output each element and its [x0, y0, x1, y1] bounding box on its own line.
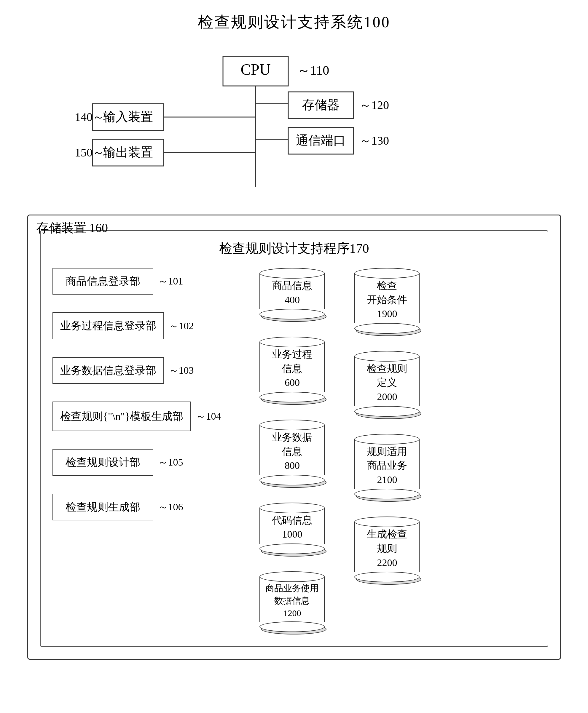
db-mid-1: 商品信息400	[258, 268, 327, 322]
module-num-5: ～105	[158, 455, 183, 469]
svg-text:～120: ～120	[359, 99, 389, 112]
module-num-4: ～104	[196, 410, 221, 423]
db-middle-column: 商品信息400 业务过程信息600 业务数据信息800	[251, 268, 334, 634]
db-mid-5: 商品业务使用数据信息1200	[258, 571, 327, 634]
hardware-diagram: CPU ～110 存储器 ～120 通信端口 ～130 输入装置 140～ 输出…	[57, 44, 531, 200]
module-box-2: 业务过程信息登录部	[52, 312, 164, 339]
module-num-3: ～103	[169, 364, 194, 377]
module-item-1: 商品信息登录部 ～101	[52, 268, 221, 295]
module-num-1: ～101	[158, 275, 183, 288]
module-num-2: ～102	[169, 319, 194, 333]
db-mid-2: 业务过程信息600	[258, 337, 327, 405]
content-area: 商品信息登录部 ～101 业务过程信息登录部 ～102 业务数据信息登录部 ～1…	[52, 268, 536, 634]
svg-text:存储器: 存储器	[302, 98, 339, 112]
module-item-3: 业务数据信息登录部 ～103	[52, 357, 221, 384]
module-box-4: 检查规则{"\n"}模板生成部	[52, 402, 191, 431]
module-item-6: 检查规则生成部 ～106	[52, 494, 221, 520]
module-box-5: 检查规则设计部	[52, 449, 153, 476]
module-box-3: 业务数据信息登录部	[52, 357, 164, 384]
db-right-4: 生成检查规则2200	[353, 517, 421, 585]
modules-column: 商品信息登录部 ～101 业务过程信息登录部 ～102 业务数据信息登录部 ～1…	[52, 268, 239, 520]
main-title: 检查规则设计支持系统100	[198, 12, 391, 33]
program-box: 检查规则设计支持程序170 商品信息登录部 ～101 业务过程信息登录部 ～10…	[40, 230, 548, 647]
program-title: 检查规则设计支持程序170	[52, 240, 536, 257]
svg-text:CPU: CPU	[240, 61, 270, 78]
module-box-1: 商品信息登录部	[52, 268, 153, 295]
module-item-4: 检查规则{"\n"}模板生成部 ～104	[52, 402, 221, 431]
svg-text:～110: ～110	[297, 63, 329, 78]
db-right-2: 检查规则定义2000	[353, 351, 421, 419]
storage-device-box: 存储装置 160 检查规则设计支持程序170 商品信息登录部 ～101 业务过程…	[27, 215, 561, 660]
svg-text:输入装置: 输入装置	[103, 110, 153, 124]
db-mid-4: 代码信息1000	[258, 503, 327, 557]
svg-text:～130: ～130	[359, 134, 389, 147]
db-right-3: 规则适用商品业务2100	[353, 434, 421, 502]
db-right-1: 检查开始条件1900	[353, 268, 421, 336]
db-mid-3: 业务数据信息800	[258, 419, 327, 488]
module-box-6: 检查规则生成部	[52, 494, 153, 520]
svg-text:输出装置: 输出装置	[103, 146, 153, 159]
module-item-2: 业务过程信息登录部 ～102	[52, 312, 221, 339]
svg-text:150～: 150～	[75, 146, 104, 159]
module-item-5: 检查规则设计部 ～105	[52, 449, 221, 476]
storage-label: 存储装置 160	[37, 220, 108, 236]
module-num-6: ～106	[158, 500, 183, 514]
svg-text:通信端口: 通信端口	[296, 134, 346, 147]
db-right-column: 检查开始条件1900 检查规则定义2000 规则适用商品业务2100	[345, 268, 428, 585]
svg-text:140～: 140～	[75, 110, 104, 124]
hw-diagram-svg: CPU ～110 存储器 ～120 通信端口 ～130 输入装置 140～ 输出…	[57, 44, 531, 198]
